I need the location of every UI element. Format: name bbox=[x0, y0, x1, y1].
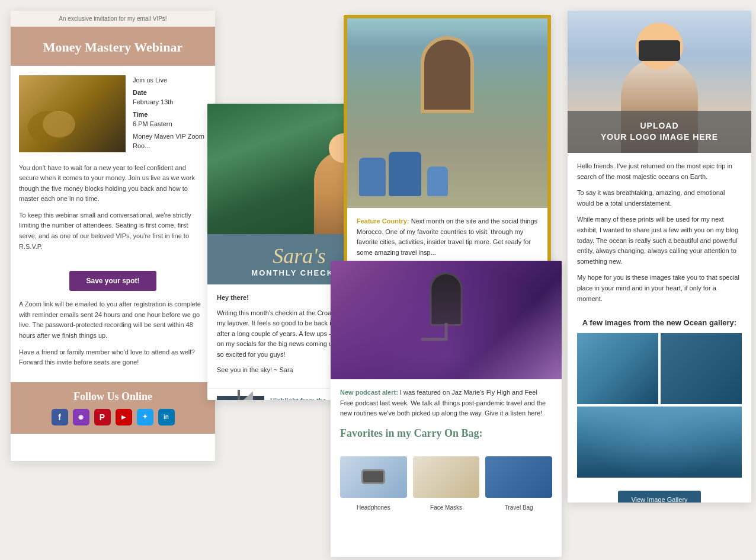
card1-body-text2: A Zoom link will be emailed to you after… bbox=[11, 299, 215, 382]
card4-product-label-1: Headphones bbox=[357, 504, 390, 511]
card4-product-2: Face Masks bbox=[413, 456, 480, 512]
card1-footer-title: Follow Us Online bbox=[17, 391, 209, 403]
gallery-image-3 bbox=[577, 407, 742, 478]
card5-body: Hello friends. I've just returned on the… bbox=[568, 153, 751, 318]
card4-product-image-2 bbox=[413, 456, 480, 498]
card5-hero-image: UPLOAD YOUR LOGO IMAGE HERE bbox=[568, 11, 751, 153]
card3-feature-text: Feature Country: Next month on the site … bbox=[357, 216, 538, 258]
card5-gallery-title: A few images from the new Ocean gallery: bbox=[568, 318, 751, 327]
card1-time-label: Time bbox=[133, 110, 207, 120]
card4-product-label-3: Travel Bag bbox=[505, 504, 533, 511]
upload-overlay: UPLOAD YOUR LOGO IMAGE HERE bbox=[568, 111, 751, 153]
card1-date-value: February 13th bbox=[133, 98, 173, 105]
card5-cta-button[interactable]: View Image Gallery bbox=[618, 491, 700, 503]
card4-product-image-1 bbox=[340, 456, 407, 498]
gallery-image-2 bbox=[661, 333, 742, 404]
card1-para1: You don't have to wait for a new year to… bbox=[19, 163, 207, 204]
card1-footer: Follow Us Online f ◉ P ▶ ✦ in bbox=[11, 382, 215, 434]
pinterest-icon[interactable]: P bbox=[94, 409, 111, 425]
card1-top-bar: An exclusive invitation for my email VIP… bbox=[11, 11, 215, 27]
card4-hero-image bbox=[331, 261, 562, 379]
card1-para3: A Zoom link will be emailed to you after… bbox=[19, 299, 207, 341]
card1-social-icons: f ◉ P ▶ ✦ in bbox=[17, 409, 209, 425]
card1-time-value: 6 PM Eastern bbox=[133, 120, 172, 127]
card-ocean-photography: UPLOAD YOUR LOGO IMAGE HERE Hello friend… bbox=[568, 11, 751, 503]
instagram-icon[interactable]: ◉ bbox=[73, 409, 89, 425]
card3-feature-label: Feature Country: bbox=[357, 217, 409, 225]
card1-date-label: Date bbox=[133, 88, 207, 98]
card1-body-section: Join us Live DateFebruary 13th Time6 PM … bbox=[11, 66, 215, 163]
card-podcast-travel: New podcast alert: I was featured on Jaz… bbox=[331, 261, 562, 557]
card4-podcast-label: New podcast alert: bbox=[340, 389, 398, 396]
card1-zoom-label: Money Maven VIP Zoom Roo... bbox=[133, 132, 207, 151]
card1-hero-image bbox=[19, 75, 126, 152]
card4-product-3: Travel Bag bbox=[485, 456, 552, 512]
card-money-mastery: An exclusive invitation for my email VIP… bbox=[11, 11, 215, 461]
card5-para3: While many of these prints will be used … bbox=[577, 215, 742, 267]
facebook-icon[interactable]: f bbox=[52, 409, 68, 425]
card1-event-info: Join us Live DateFebruary 13th Time6 PM … bbox=[133, 75, 207, 153]
twitter-icon[interactable]: ✦ bbox=[137, 409, 153, 425]
card1-cta-button[interactable]: Save your spot! bbox=[69, 271, 156, 291]
gallery-image-1 bbox=[577, 333, 658, 404]
card5-para1: Hello friends. I've just returned on the… bbox=[577, 161, 742, 182]
card5-cta-wrap: View Image Gallery bbox=[568, 486, 751, 503]
card1-header: Money Mastery Webinar bbox=[11, 27, 215, 66]
card4-section-title: Favorites in my Carry On Bag: bbox=[340, 425, 552, 442]
upload-text: UPLOAD YOUR LOGO IMAGE HERE bbox=[577, 120, 742, 143]
card1-body-text: You don't have to wait for a new year to… bbox=[11, 163, 215, 267]
card4-body: New podcast alert: I was featured on Jaz… bbox=[331, 379, 562, 456]
card5-gallery bbox=[577, 333, 742, 478]
card1-para4: Have a friend or family member who'd lov… bbox=[19, 347, 207, 368]
card3-hero-image bbox=[347, 18, 547, 208]
youtube-icon[interactable]: ▶ bbox=[116, 409, 132, 425]
card1-title: Money Mastery Webinar bbox=[17, 40, 209, 55]
card1-join-label: Join us Live bbox=[133, 75, 207, 85]
card4-podcast-text: New podcast alert: I was featured on Jaz… bbox=[340, 388, 552, 419]
card5-para2: To say it was breathtaking, amazing, and… bbox=[577, 188, 742, 209]
card1-para2: To keep this webinar small and conversat… bbox=[19, 210, 207, 252]
card2-highlight-title: Highlight from the... bbox=[270, 397, 332, 400]
card2-highlight-image bbox=[217, 396, 264, 400]
card1-cta-wrap: Save your spot! bbox=[11, 266, 215, 299]
card4-product-label-2: Face Masks bbox=[430, 504, 462, 511]
card4-product-image-3 bbox=[485, 456, 552, 498]
card5-para4: My hope for you is these images take you… bbox=[577, 273, 742, 304]
linkedin-icon[interactable]: in bbox=[158, 409, 175, 425]
card4-product-1: Headphones bbox=[340, 456, 407, 512]
card4-products: Headphones Face Masks Travel Bag bbox=[331, 456, 562, 521]
